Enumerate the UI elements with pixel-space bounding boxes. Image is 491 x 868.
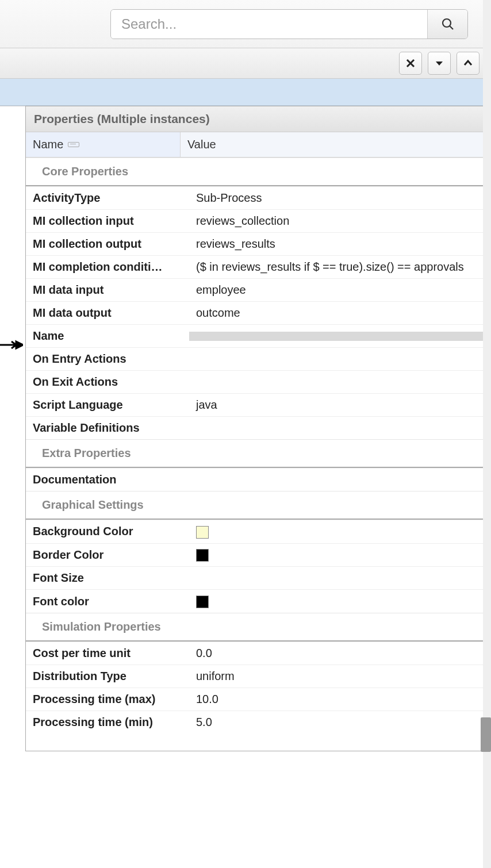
pointer-arrow bbox=[0, 339, 23, 356]
property-row[interactable]: Background Color bbox=[26, 520, 490, 543]
color-swatch[interactable] bbox=[196, 526, 209, 539]
collapse-button[interactable] bbox=[457, 52, 480, 75]
property-row[interactable]: On Exit Actions bbox=[26, 370, 490, 393]
sort-icon bbox=[68, 142, 79, 147]
property-name: Font color bbox=[26, 590, 189, 613]
color-swatch[interactable] bbox=[196, 596, 209, 608]
property-name: MI data output bbox=[26, 302, 189, 324]
property-value[interactable]: 10.0 bbox=[189, 688, 490, 710]
panel-toolbar bbox=[0, 48, 491, 79]
property-value[interactable] bbox=[189, 378, 490, 387]
property-value[interactable]: ($ in reviews_results if $ == true).size… bbox=[189, 256, 490, 278]
property-value[interactable]: uniform bbox=[189, 665, 490, 688]
search-box bbox=[110, 9, 468, 39]
property-value[interactable] bbox=[189, 574, 490, 583]
property-row[interactable]: Documentation bbox=[26, 468, 490, 491]
property-value[interactable]: 5.0 bbox=[189, 711, 490, 733]
graphical-rows: Background ColorBorder ColorFont SizeFon… bbox=[26, 520, 490, 613]
search-input[interactable] bbox=[111, 10, 427, 39]
property-row[interactable]: ActivityTypeSub-Process bbox=[26, 186, 490, 209]
property-value[interactable]: Sub-Process bbox=[189, 187, 490, 209]
property-value[interactable]: 0.0 bbox=[189, 642, 490, 665]
property-row[interactable]: Font Size bbox=[26, 566, 490, 589]
close-button[interactable] bbox=[399, 52, 422, 75]
property-row[interactable]: Variable Definitions bbox=[26, 416, 490, 439]
search-icon bbox=[441, 17, 455, 31]
property-value[interactable] bbox=[189, 520, 490, 543]
simulation-rows: Cost per time unit0.0Distribution Typeun… bbox=[26, 642, 490, 733]
property-row[interactable]: Border Color bbox=[26, 543, 490, 567]
panel-title: Properties (Multiple instances) bbox=[26, 106, 490, 132]
property-value[interactable]: java bbox=[189, 394, 490, 416]
property-value[interactable] bbox=[189, 332, 490, 341]
core-rows: ActivityTypeSub-ProcessMI collection inp… bbox=[26, 186, 490, 439]
property-row[interactable]: Name bbox=[26, 324, 490, 347]
property-name: Script Language bbox=[26, 394, 189, 416]
property-row[interactable]: MI data outputoutcome bbox=[26, 301, 490, 324]
property-name: Font Size bbox=[26, 567, 189, 589]
section-simulation: Simulation Properties bbox=[26, 613, 490, 640]
column-name-label: Name bbox=[33, 138, 63, 151]
property-name: On Exit Actions bbox=[26, 371, 189, 393]
column-headers: Name Value bbox=[26, 132, 490, 158]
property-name: ActivityType bbox=[26, 187, 189, 209]
expand-button[interactable] bbox=[428, 52, 451, 75]
property-row[interactable]: MI completion conditi…($ in reviews_resu… bbox=[26, 255, 490, 278]
property-row[interactable]: Font color bbox=[26, 589, 490, 613]
section-core: Core Properties bbox=[26, 158, 490, 185]
property-name: MI data input bbox=[26, 279, 189, 301]
property-row[interactable]: Processing time (max)10.0 bbox=[26, 688, 490, 710]
property-value[interactable]: reviews_collection bbox=[189, 210, 490, 232]
column-value[interactable]: Value bbox=[181, 132, 223, 157]
column-value-label: Value bbox=[187, 138, 216, 151]
property-row[interactable]: MI collection outputreviews_results bbox=[26, 232, 490, 255]
svg-point-0 bbox=[443, 19, 451, 27]
section-extra: Extra Properties bbox=[26, 439, 490, 467]
property-name: Variable Definitions bbox=[26, 417, 189, 439]
scrollbar-thumb[interactable] bbox=[481, 717, 491, 752]
property-value[interactable] bbox=[189, 424, 490, 433]
property-name: Processing time (min) bbox=[26, 711, 189, 733]
svg-line-1 bbox=[450, 26, 453, 29]
property-value[interactable]: outcome bbox=[189, 302, 490, 324]
property-row[interactable]: Script Languagejava bbox=[26, 393, 490, 416]
chevron-up-icon bbox=[463, 59, 473, 68]
left-gutter bbox=[0, 106, 25, 751]
property-row[interactable]: On Entry Actions bbox=[26, 347, 490, 370]
property-row[interactable]: Cost per time unit0.0 bbox=[26, 642, 490, 665]
properties-panel: Properties (Multiple instances) Name Val… bbox=[25, 106, 491, 751]
property-value[interactable]: employee bbox=[189, 279, 490, 301]
top-strip bbox=[0, 79, 491, 106]
property-name: Documentation bbox=[26, 468, 189, 491]
property-row[interactable]: MI data inputemployee bbox=[26, 278, 490, 301]
panel-title-text: Properties (Multiple instances) bbox=[34, 112, 210, 125]
column-name[interactable]: Name bbox=[26, 132, 181, 157]
property-row[interactable]: Distribution Typeuniform bbox=[26, 665, 490, 688]
property-name: Cost per time unit bbox=[26, 642, 189, 665]
color-swatch[interactable] bbox=[196, 549, 209, 562]
property-name: Processing time (max) bbox=[26, 688, 189, 710]
property-name: MI completion conditi… bbox=[26, 256, 189, 278]
property-value[interactable] bbox=[189, 544, 490, 567]
property-name: Border Color bbox=[26, 544, 189, 566]
property-value[interactable] bbox=[189, 590, 490, 613]
section-graphical: Graphical Settings bbox=[26, 491, 490, 519]
caret-down-icon bbox=[435, 59, 444, 68]
property-name: Distribution Type bbox=[26, 665, 189, 688]
property-name: Name bbox=[26, 325, 189, 347]
property-value[interactable] bbox=[189, 475, 490, 485]
search-bar bbox=[0, 0, 491, 48]
property-name: Background Color bbox=[26, 520, 189, 543]
search-button[interactable] bbox=[427, 10, 467, 39]
property-row[interactable]: MI collection inputreviews_collection bbox=[26, 209, 490, 232]
property-name: MI collection output bbox=[26, 233, 189, 255]
property-value[interactable] bbox=[189, 355, 490, 364]
extra-rows: Documentation bbox=[26, 468, 490, 491]
property-name: MI collection input bbox=[26, 210, 189, 232]
close-icon bbox=[406, 59, 415, 68]
property-row[interactable]: Processing time (min)5.0 bbox=[26, 710, 490, 733]
property-name: On Entry Actions bbox=[26, 348, 189, 370]
property-value[interactable]: reviews_results bbox=[189, 233, 490, 255]
